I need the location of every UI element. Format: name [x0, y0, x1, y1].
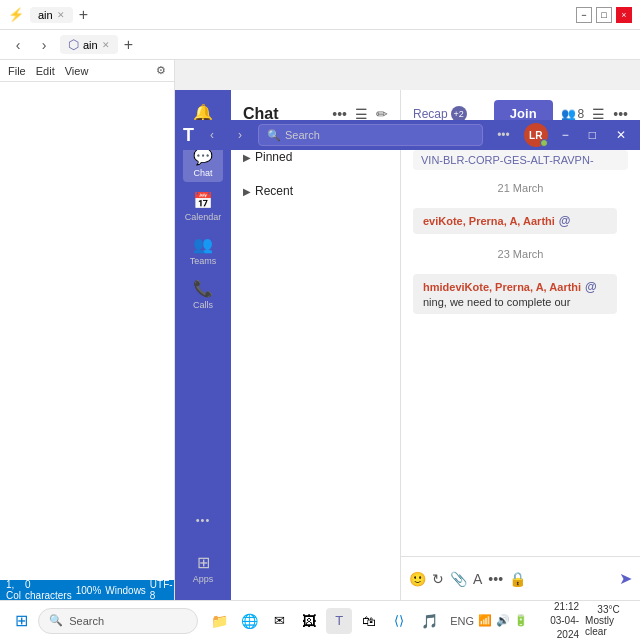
- nav-bar: ‹ › ⬡ ain ✕ +: [0, 30, 640, 60]
- taskbar-app-teams[interactable]: T: [326, 608, 352, 634]
- search-placeholder: Search: [285, 129, 320, 141]
- status-zoom: 100%: [76, 585, 102, 596]
- teams-close-button[interactable]: ✕: [610, 126, 632, 144]
- apps-label: Apps: [193, 574, 214, 584]
- taskbar-app-music[interactable]: 🎵: [416, 608, 442, 634]
- send-button[interactable]: ➤: [619, 569, 632, 588]
- emoji-icon[interactable]: 🙂: [409, 571, 426, 587]
- search-icon: 🔍: [267, 129, 281, 142]
- teams-label: Teams: [190, 256, 217, 266]
- sender-2: hmideviKote, Prerna, A, Aarthi: [423, 281, 581, 293]
- menu-edit[interactable]: Edit: [36, 65, 55, 77]
- more-options-icon[interactable]: •••: [491, 126, 516, 144]
- sidebar-item-calendar[interactable]: 📅 Calendar: [183, 186, 223, 226]
- teams-forward-button[interactable]: ›: [230, 125, 250, 145]
- message-bubble-2: hmideviKote, Prerna, A, Aarthi @ ning, w…: [413, 274, 617, 314]
- minimize-button[interactable]: −: [576, 7, 592, 23]
- network-icon: 📶: [478, 614, 492, 627]
- calendar-icon: 📅: [193, 191, 213, 210]
- date-divider-1: 21 March: [401, 174, 640, 202]
- participants-count: 👥8: [561, 107, 585, 121]
- start-button[interactable]: ⊞: [8, 607, 34, 635]
- weather-desc: Mostly clear: [585, 615, 632, 637]
- calendar-label: Calendar: [185, 212, 222, 222]
- status-platform: Windows: [105, 585, 146, 596]
- sidebar-item-calls[interactable]: 📞 Calls: [183, 274, 223, 314]
- user-avatar[interactable]: LR: [524, 123, 548, 147]
- tab-close-icon[interactable]: ✕: [57, 10, 65, 20]
- menu-file[interactable]: File: [8, 65, 26, 77]
- taskbar-app-edge[interactable]: 🌐: [236, 608, 262, 634]
- taskbar-app-vscode[interactable]: ⟨⟩: [386, 608, 412, 634]
- volume-icon: 🔊: [496, 614, 510, 627]
- taskbar-app-photos[interactable]: 🖼: [296, 608, 322, 634]
- teams-minimize-button[interactable]: −: [556, 126, 575, 144]
- sidebar-item-apps[interactable]: ⊞ Apps: [183, 548, 223, 588]
- recent-section: ▶ Recent: [231, 172, 400, 206]
- attach-icon[interactable]: 📎: [450, 571, 467, 587]
- close-button[interactable]: ×: [616, 7, 632, 23]
- chat-label: Chat: [193, 168, 212, 178]
- active-tab-close[interactable]: ✕: [102, 40, 110, 50]
- teams-maximize-button[interactable]: □: [583, 126, 602, 144]
- taskbar-app-mail[interactable]: ✉: [266, 608, 292, 634]
- more-footer-icon[interactable]: •••: [488, 571, 503, 587]
- taskbar-search-placeholder: Search: [69, 615, 104, 627]
- gif-icon[interactable]: ↻: [432, 571, 444, 587]
- lock-icon[interactable]: 🔒: [509, 571, 526, 587]
- add-tab-button[interactable]: +: [124, 36, 133, 54]
- chat-name-label: VIN-BLR-CORP-GES-ALT-RAVPN-: [413, 150, 628, 170]
- main-chat-area: Recap +2 Join 👥8 ☰ ••• VIN-BLR-CORP-GES-…: [401, 90, 640, 600]
- taskbar-app-icons: 📁 🌐 ✉ 🖼 T 🛍 ⟨⟩ 🎵: [206, 608, 442, 634]
- taskbar-right: ENG 📶 🔊 🔋 21:12 03-04-2024 33°C Mostly c…: [450, 600, 632, 641]
- taskbar-search-bar[interactable]: 🔍 Search: [38, 608, 198, 634]
- title-bar-left: ⚡ ain ✕ +: [8, 6, 576, 24]
- menu-view[interactable]: View: [65, 65, 89, 77]
- teams-logo: T: [183, 125, 194, 146]
- title-bar-tab[interactable]: ain ✕: [30, 7, 73, 23]
- tab-teams-icon: ⬡: [68, 37, 79, 52]
- sidebar-item-more[interactable]: •••: [183, 500, 223, 540]
- format-icon[interactable]: A: [473, 571, 482, 587]
- forward-button[interactable]: ›: [34, 35, 54, 55]
- calls-label: Calls: [193, 300, 213, 310]
- chat-messages-body[interactable]: VIN-BLR-CORP-GES-ALT-RAVPN- 21 March evi…: [401, 138, 640, 556]
- taskbar-app-explorer[interactable]: 📁: [206, 608, 232, 634]
- teams-search-bar[interactable]: 🔍 Search: [258, 124, 483, 146]
- recent-section-header[interactable]: ▶ Recent: [243, 180, 388, 202]
- taskbar-app-store[interactable]: 🛍: [356, 608, 382, 634]
- participants-number: 8: [578, 107, 585, 121]
- at-mention-2: @: [585, 280, 597, 294]
- editor-body: [0, 82, 174, 580]
- lang-indicator: ENG: [450, 615, 474, 627]
- recent-label: Recent: [255, 184, 293, 198]
- new-tab-button[interactable]: +: [79, 6, 88, 24]
- status-chars: 0 characters: [25, 579, 72, 601]
- weather-widget[interactable]: 33°C Mostly clear: [585, 604, 632, 637]
- app-container: File Edit View ⚙ Ln 1, Col 1 0 character…: [0, 60, 640, 600]
- message-bubble-1: eviKote, Prerna, A, Aarthi @: [413, 208, 617, 234]
- weather-temp: 33°C: [597, 604, 619, 615]
- chat-message-1: eviKote, Prerna, A, Aarthi @: [401, 204, 640, 238]
- active-tab[interactable]: ⬡ ain ✕: [60, 35, 118, 54]
- taskbar: ⊞ 🔍 Search 📁 🌐 ✉ 🖼 T 🛍 ⟨⟩ 🎵 ENG 📶 🔊 🔋 21…: [0, 600, 640, 640]
- status-bar: Ln 1, Col 1 0 characters 100% Windows UT…: [0, 580, 174, 600]
- back-button[interactable]: ‹: [8, 35, 28, 55]
- clock[interactable]: 21:12 03-04-2024: [534, 600, 579, 641]
- more-icon: •••: [196, 514, 211, 526]
- taskbar-search-icon: 🔍: [49, 614, 63, 627]
- teams-icon: 👥: [193, 235, 213, 254]
- teams-back-button[interactable]: ‹: [202, 125, 222, 145]
- pinned-arrow: ▶: [243, 152, 251, 163]
- teams-title-bar: T ‹ › 🔍 Search ••• LR − □ ✕: [175, 120, 640, 150]
- time-display: 21:12: [534, 600, 579, 614]
- settings-icon[interactable]: ⚙: [156, 64, 166, 77]
- date-1-label: 21 March: [498, 182, 544, 194]
- recap-label: Recap: [413, 107, 448, 121]
- sidebar-item-teams[interactable]: 👥 Teams: [183, 230, 223, 270]
- system-tray-icons: ENG 📶 🔊 🔋: [450, 614, 528, 627]
- maximize-button[interactable]: □: [596, 7, 612, 23]
- date-2-label: 23 March: [498, 248, 544, 260]
- message-text-2: ning, we need to complete our: [423, 296, 607, 308]
- chat-panel: Chat ••• ☰ ✏ ▶ Pinned ▶ Recent: [231, 90, 401, 600]
